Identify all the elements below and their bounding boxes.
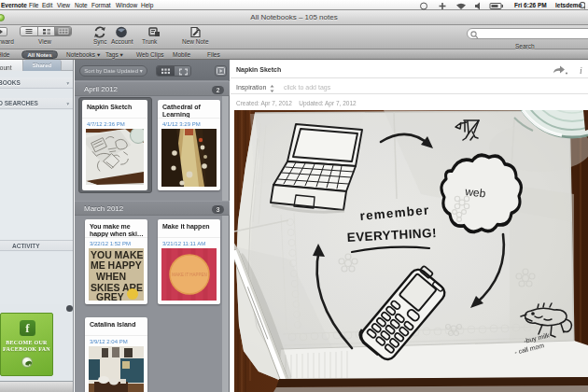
svg-text:web: web [464,185,487,201]
svg-text:i: i [580,65,582,76]
svg-text:YOU MAKE: YOU MAKE [91,248,143,259]
svg-text:MAKE IT HAPPEN: MAKE IT HAPPEN [172,273,207,277]
svg-text:WHEN: WHEN [96,271,126,282]
svg-text:GREY: GREY [96,291,124,301]
svg-text:ME HAPPY: ME HAPPY [91,259,143,271]
